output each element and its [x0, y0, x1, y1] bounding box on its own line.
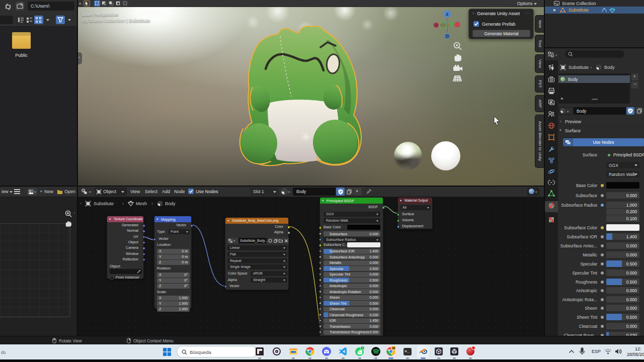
svg-text:Z: Z: [446, 12, 449, 17]
